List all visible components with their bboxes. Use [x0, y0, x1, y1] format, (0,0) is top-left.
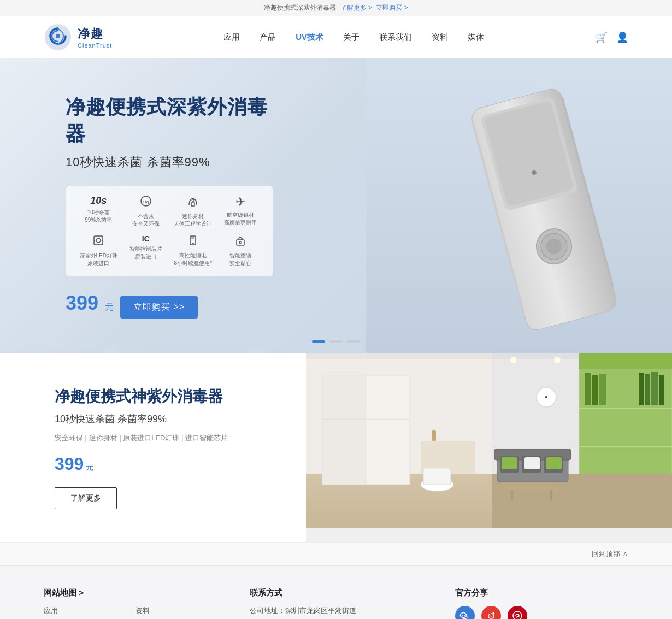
- svg-point-70: [492, 616, 493, 617]
- hero-price-unit: 元: [105, 302, 114, 313]
- hero-price-num: 399: [66, 292, 98, 315]
- feature-3-icon: [187, 195, 199, 210]
- nav-icons: 🛒 👤: [596, 31, 628, 43]
- product-device-svg: [366, 58, 672, 353]
- nav-guanyu[interactable]: 关于: [343, 32, 359, 43]
- wechat-icon[interactable]: [455, 606, 475, 619]
- section2-right-image: [306, 353, 672, 542]
- section2-price-num: 399: [55, 454, 84, 474]
- feature-8-desc: 智能童锁安全贴心: [229, 252, 251, 267]
- nav-meiti[interactable]: 媒体: [468, 32, 484, 43]
- feature-1: 10s 10秒杀菌99%杀菌率: [77, 195, 120, 228]
- feature-4-icon: ✈: [235, 195, 245, 209]
- svg-rect-61: [550, 490, 552, 500]
- pinterest-icon[interactable]: [508, 606, 527, 619]
- svg-rect-47: [645, 374, 650, 405]
- svg-rect-14: [191, 237, 194, 239]
- hero-title: 净趣便携式深紫外消毒器: [66, 94, 273, 148]
- feature-6-icon: IC: [142, 234, 150, 243]
- svg-point-1: [56, 34, 60, 38]
- footer-links-col1: 应用 产品 UV技术 关于 联系我们: [44, 606, 125, 619]
- feature-1-desc: 10秒杀菌99%杀菌率: [85, 209, 112, 224]
- nav-yingyong[interactable]: 应用: [223, 32, 240, 43]
- svg-rect-43: [585, 373, 591, 405]
- topbar-link2[interactable]: 立即购买 >: [376, 4, 408, 11]
- feature-5-icon: [92, 234, 104, 250]
- svg-point-63: [545, 396, 547, 398]
- section2-price-row: 399 元: [55, 454, 273, 474]
- footer-link-ziliao[interactable]: 资料: [135, 606, 216, 616]
- feature-5-desc: 深紫外LED灯珠原装进口: [80, 252, 117, 267]
- feature-2-desc: 不含汞安全又环保: [132, 213, 160, 228]
- hero-buy-button[interactable]: 立即购买 >>: [120, 296, 198, 319]
- learn-more-button[interactable]: 了解更多: [55, 487, 117, 509]
- feature-8-icon: [234, 234, 246, 250]
- nav-lianxi[interactable]: 联系我们: [379, 32, 412, 43]
- nav-ziliao[interactable]: 资料: [432, 32, 448, 43]
- svg-text:Hg: Hg: [143, 199, 149, 204]
- hero-content: 净趣便携式深紫外消毒器 10秒快速杀菌 杀菌率99% 10s 10秒杀菌99%杀…: [0, 61, 339, 351]
- svg-point-66: [461, 613, 467, 618]
- topbar-link1[interactable]: 了解更多 >: [340, 4, 372, 11]
- dot-2[interactable]: [329, 340, 343, 343]
- main-nav: 应用 产品 UV技术 关于 联系我们 资料 媒体: [223, 32, 484, 43]
- svg-rect-60: [511, 490, 513, 500]
- svg-rect-15: [237, 240, 244, 245]
- features-grid: 10s 10秒杀菌99%杀菌率 Hg 不含汞安全又环保 迷你身材人体工程学设计 …: [66, 186, 273, 276]
- slider-dots: [312, 340, 360, 343]
- footer-social-col: 官方分享: [455, 588, 628, 619]
- feature-8: 智能童锁安全贴心: [219, 234, 262, 267]
- dot-1[interactable]: [312, 340, 325, 343]
- weibo-icon[interactable]: [481, 606, 501, 619]
- svg-point-69: [493, 612, 494, 614]
- footer-contact-col: 联系方式 公司地址：深圳市龙岗区平湖街道 联系电话：4000-160-151 网…: [250, 588, 423, 619]
- hero-product-image: [366, 58, 672, 353]
- svg-rect-44: [592, 375, 598, 405]
- logo-text: 净趣 CleanTrust: [78, 26, 112, 49]
- section2-tags: 安全环保 | 迷你身材 | 原装进口LED灯珠 | 进口智能芯片: [55, 433, 273, 443]
- footer: 网站地图 > 应用 产品 UV技术 关于 联系我们 资料 媒体 网购车 个人中心: [0, 565, 672, 619]
- logo-area: 净趣 CleanTrust: [44, 23, 112, 51]
- svg-point-64: [510, 357, 517, 363]
- svg-point-5: [192, 199, 194, 202]
- nav-uv[interactable]: UV技术: [296, 32, 323, 43]
- feature-7-desc: 高性能锂电8小时续航使用*: [174, 252, 212, 267]
- svg-point-68: [464, 615, 465, 616]
- header: 净趣 CleanTrust 应用 产品 UV技术 关于 联系我们 资料 媒体 🛒…: [0, 16, 672, 58]
- room-scene-svg: [306, 353, 672, 528]
- svg-rect-36: [423, 468, 451, 485]
- footer-social-title: 官方分享: [455, 588, 628, 598]
- footer-sitemap-col: 网站地图 > 应用 产品 UV技术 关于 联系我们 资料 媒体 网购车 个人中心: [44, 588, 217, 619]
- logo-icon: [44, 23, 72, 51]
- feature-6: IC 智能控制芯片原装进口: [125, 234, 168, 267]
- footer-link-yingyong[interactable]: 应用: [44, 606, 125, 616]
- section2-subtitle: 10秒快速杀菌 杀菌率99%: [55, 412, 273, 426]
- svg-rect-56: [502, 457, 517, 469]
- svg-rect-57: [546, 457, 562, 469]
- feature-1-icon: 10s: [90, 195, 107, 207]
- svg-point-16: [239, 241, 241, 244]
- hero-price-row: 399 元 立即购买 >>: [66, 292, 273, 319]
- svg-rect-34: [432, 430, 436, 441]
- feature-7-icon: [187, 234, 199, 250]
- svg-point-67: [462, 615, 463, 616]
- nav-chanpin[interactable]: 产品: [260, 32, 276, 43]
- dot-3[interactable]: [347, 340, 360, 343]
- svg-rect-6: [94, 236, 103, 245]
- feature-3-desc: 迷你身材人体工程学设计: [174, 213, 212, 228]
- svg-rect-28: [306, 353, 492, 359]
- svg-rect-49: [659, 375, 664, 405]
- user-icon[interactable]: 👤: [616, 31, 628, 43]
- feature-2-icon: Hg: [140, 195, 152, 210]
- back-to-top[interactable]: 回到顶部 ∧: [0, 542, 672, 565]
- logo-en: CleanTrust: [78, 42, 112, 49]
- svg-rect-59: [503, 487, 557, 490]
- svg-rect-4: [191, 203, 194, 206]
- feature-7: 高性能锂电8小时续航使用*: [172, 234, 215, 267]
- footer-contact-title: 联系方式: [250, 588, 423, 598]
- feature-4-desc: 航空级铝材高颜值更耐用: [224, 211, 257, 227]
- logo-cn: 净趣: [78, 26, 112, 42]
- section2-price-unit: 元: [86, 463, 93, 473]
- cart-icon[interactable]: 🛒: [596, 31, 608, 43]
- footer-content: 网站地图 > 应用 产品 UV技术 关于 联系我们 资料 媒体 网购车 个人中心: [44, 588, 628, 619]
